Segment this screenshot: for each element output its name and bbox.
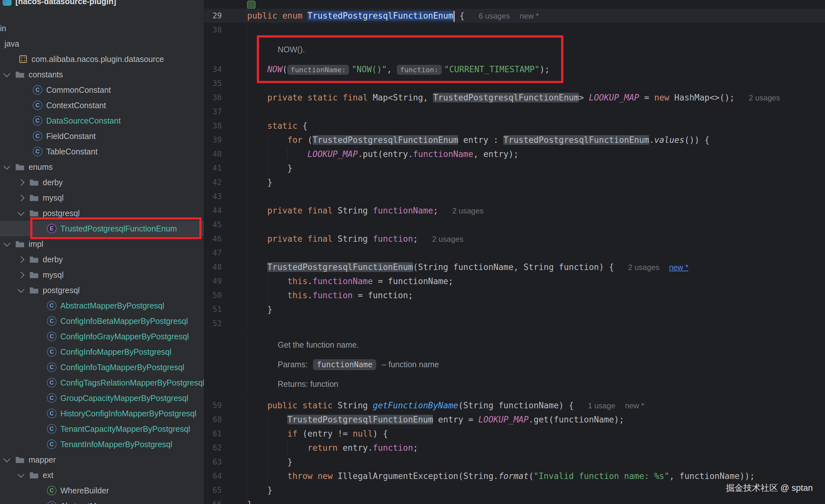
tree-item-historyconfiginfomapperbypostgresql[interactable]: CHistoryConfigInfoMapperByPostgresql (0, 406, 204, 421)
author-hint[interactable]: new * (625, 401, 644, 410)
tree-item-abstractmapper[interactable]: CAbstractMapper (0, 498, 204, 504)
line-number-63[interactable]: 63 (213, 457, 222, 466)
usages-hint[interactable]: 6 usages (479, 12, 510, 20)
tree-item-configinfotagmapperbypostgresql[interactable]: CConfigInfoTagMapperByPostgresql (0, 360, 204, 375)
line-number-66[interactable]: 66 (213, 500, 222, 504)
usages-hint[interactable]: 2 usages (628, 263, 659, 272)
tree-item-postgresql[interactable]: postgresql (0, 283, 204, 298)
line-number-48[interactable]: 48 (213, 263, 222, 272)
line-number-36[interactable]: 36 (213, 93, 222, 102)
line-number-40[interactable]: 40 (213, 150, 222, 159)
chevron-down-icon[interactable] (4, 70, 10, 77)
tree-item-tenantinfomapperbypostgresql[interactable]: CTenantInfoMapperByPostgresql (0, 437, 204, 452)
line-number-44[interactable]: 44 (213, 206, 222, 215)
code-line-text-43[interactable] (247, 190, 825, 204)
line-number-49[interactable]: 49 (213, 277, 222, 286)
line-number-42[interactable]: 42 (213, 178, 222, 187)
tree-item-ext[interactable]: ext (0, 467, 204, 483)
line-number-30[interactable]: 30 (213, 25, 222, 34)
code-line-text-59[interactable]: public static String getFunctionByName(S… (247, 399, 825, 413)
line-number-65[interactable]: 65 (213, 486, 222, 495)
code-line-text-41[interactable]: } (247, 161, 825, 175)
new-author-hint-link[interactable]: new * (669, 263, 688, 272)
chevron-down-icon[interactable] (18, 471, 24, 478)
line-number-38[interactable]: 38 (213, 121, 222, 130)
tree-item-postgresql[interactable]: postgresql (0, 206, 204, 221)
code-line-text-40[interactable]: LOOKUP_MAP.put(entry.functionName, entry… (247, 147, 825, 161)
code-line-text-42[interactable]: } (247, 175, 825, 190)
line-number-39[interactable]: 39 (213, 136, 222, 144)
tree-item-mapper[interactable]: mapper (0, 452, 204, 467)
tree-item-configtagsrelationmapperbypostgresql[interactable]: CConfigTagsRelationMapperByPostgresql (0, 375, 204, 390)
tree-item-constants[interactable]: constants (0, 67, 204, 82)
code-area[interactable]: 29public enum TrustedPostgresqlFunctionE… (204, 0, 825, 504)
line-number-62[interactable]: 62 (213, 443, 222, 452)
code-line-text-37[interactable] (247, 105, 825, 119)
line-number-47[interactable]: 47 (213, 248, 222, 258)
tree-item-datasourceconstant[interactable]: CDataSourceConstant (0, 113, 204, 128)
usages-hint[interactable]: 2 usages (749, 93, 780, 102)
line-number-64[interactable]: 64 (213, 472, 222, 481)
chevron-down-icon[interactable] (18, 209, 24, 216)
tree-item-configinfobetamapperbypostgresql[interactable]: CConfigInfoBetaMapperByPostgresql (0, 313, 204, 329)
usages-hint[interactable]: 2 usages (432, 235, 463, 243)
tree-item-groupcapacitymapperbypostgresql[interactable]: CGroupCapacityMapperByPostgresql (0, 390, 204, 406)
line-number-51[interactable]: 51 (213, 305, 222, 314)
tree-item-wherebuilder[interactable]: CWhereBuilder (0, 483, 204, 498)
code-line-text-34[interactable]: NOW(functionName:"NOW()", function:"CURR… (247, 62, 825, 76)
code-line-text-60[interactable]: TrustedPostgresqlFunctionEnum entry = LO… (247, 413, 825, 427)
line-number-61[interactable]: 61 (213, 429, 222, 438)
code-line-text-61[interactable]: if (entry != null) { (247, 427, 825, 441)
chevron-right-icon[interactable] (18, 256, 24, 263)
tree-item-tableconstant[interactable]: CTableConstant (0, 144, 204, 159)
chevron-right-icon[interactable] (18, 179, 24, 186)
chevron-down-icon[interactable] (18, 286, 24, 293)
tree-item-mysql[interactable]: mysql (0, 190, 204, 206)
line-number-46[interactable]: 46 (213, 234, 222, 243)
line-number-45[interactable]: 45 (213, 220, 222, 229)
tree-item-derby[interactable]: derby (0, 252, 204, 267)
tree-item-tenantcapacitymapperbypostgresql[interactable]: CTenantCapacityMapperByPostgresql (0, 421, 204, 437)
line-number-43[interactable]: 43 (213, 192, 222, 201)
tree-item-configinfomapperbypostgresql[interactable]: CConfigInfoMapperByPostgresql (0, 344, 204, 360)
tree-item-abstractmapperbypostgresql[interactable]: CAbstractMapperByPostgresql (0, 298, 204, 313)
line-number-59[interactable]: 59 (213, 401, 222, 410)
line-number-60[interactable]: 60 (213, 415, 222, 424)
line-number-50[interactable]: 50 (213, 291, 222, 300)
tree-item-commonconstant[interactable]: CCommonConstant (0, 82, 204, 97)
author-hint[interactable]: new * (520, 12, 539, 20)
line-number-52[interactable]: 52 (213, 319, 222, 328)
tree-item-contextconstant[interactable]: CContextConstant (0, 97, 204, 113)
code-line-text-66[interactable]: } (247, 497, 825, 504)
chevron-right-icon[interactable] (18, 194, 24, 201)
tree-item-mysql[interactable]: mysql (0, 267, 204, 283)
code-line-text-36[interactable]: private static final Map<String, Trusted… (247, 90, 825, 105)
tree-item-nacos-datasource-plugin[interactable]: [nacos-datasource-plugin] (0, 0, 204, 9)
code-line-text-38[interactable]: static { (247, 119, 825, 133)
code-line-text-52[interactable] (247, 316, 825, 331)
code-line-text-48[interactable]: TrustedPostgresqlFunctionEnum(String fun… (247, 260, 825, 274)
tree-item-fieldconstant[interactable]: CFieldConstant (0, 128, 204, 144)
tree-item-in[interactable]: in (0, 20, 204, 36)
code-line-text-51[interactable]: } (247, 302, 825, 316)
code-line-text-39[interactable]: for (TrustedPostgresqlFunctionEnum entry… (247, 133, 825, 147)
tree-item-derby[interactable]: derby (0, 174, 204, 190)
chevron-right-icon[interactable] (18, 271, 24, 278)
code-line-text-30[interactable] (247, 23, 825, 37)
code-line-text-29[interactable]: public enum TrustedPostgresqlFunctionEnu… (247, 9, 825, 23)
chevron-down-icon[interactable] (4, 455, 10, 462)
code-line-text-64[interactable]: throw new IllegalArgumentException(Strin… (247, 469, 825, 483)
usages-hint[interactable]: 2 usages (452, 206, 483, 215)
line-number-41[interactable]: 41 (213, 164, 222, 173)
tree-item-impl[interactable]: impl (0, 236, 204, 252)
chevron-down-icon[interactable] (4, 163, 10, 169)
code-line-text-50[interactable]: this.function = function; (247, 288, 825, 302)
code-line-text-49[interactable]: this.functionName = functionName; (247, 274, 825, 288)
code-line-text-63[interactable]: } (247, 455, 825, 469)
tree-item-java[interactable]: java (0, 36, 204, 51)
usages-hint[interactable]: 1 usage (588, 401, 615, 410)
line-number-29[interactable]: 29 (213, 11, 222, 20)
chevron-down-icon[interactable] (4, 240, 10, 246)
line-number-34[interactable]: 34 (213, 65, 222, 74)
code-line-text-46[interactable]: private final String function;2 usages (247, 232, 825, 246)
